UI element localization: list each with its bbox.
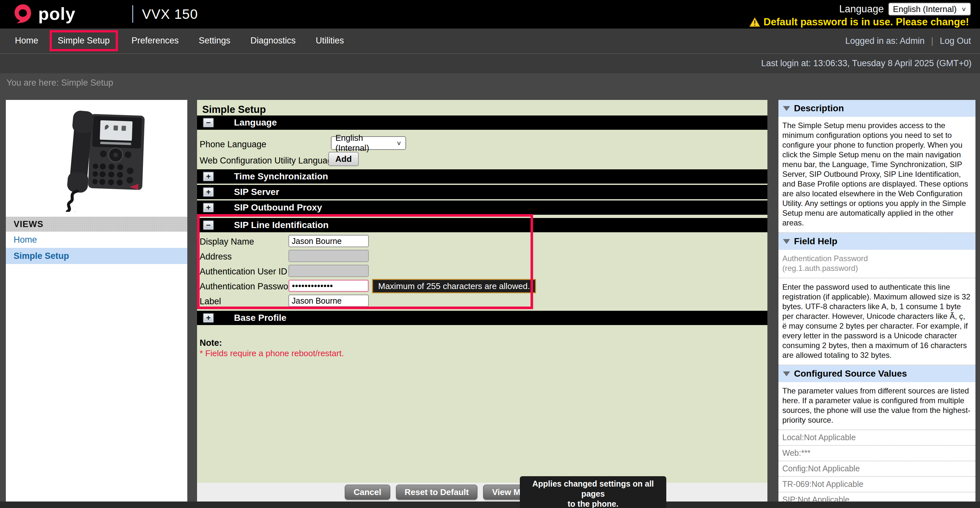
section-language[interactable]: − Language bbox=[197, 115, 767, 130]
top-bar: poly VVX 150 Language English (Internal)… bbox=[0, 0, 980, 29]
auth-user-id-input bbox=[288, 265, 369, 277]
section-language-title: Language bbox=[234, 117, 277, 128]
section-sip-outbound[interactable]: + SIP Outbound Proxy bbox=[197, 200, 767, 215]
label-field-label: Label bbox=[200, 297, 221, 307]
display-name-input[interactable] bbox=[288, 235, 369, 247]
collapse-icon[interactable]: − bbox=[203, 220, 214, 230]
footer-strip bbox=[0, 502, 980, 508]
expand-icon[interactable]: + bbox=[203, 172, 214, 181]
help-panel: Description The Simple Setup menu provid… bbox=[778, 100, 975, 502]
configured-sources-body: The parameter values from different sour… bbox=[778, 382, 975, 430]
section-sip-server[interactable]: + SIP Server bbox=[197, 185, 767, 199]
action-button-bar: Cancel Reset to Default View Modificatio… bbox=[197, 483, 767, 502]
section-sip-server-title: SIP Server bbox=[234, 187, 279, 197]
nav-item-utilities[interactable]: Utilities bbox=[309, 36, 350, 46]
page-title: Simple Setup bbox=[202, 104, 266, 115]
description-header[interactable]: Description bbox=[778, 100, 975, 117]
last-login-bar: Last login at: 13:06:33, Tuesday 8 April… bbox=[0, 53, 980, 73]
brand-name: poly bbox=[38, 3, 75, 24]
phone-language-select[interactable]: English (Internal) ∨ bbox=[331, 136, 406, 150]
nav-item-home[interactable]: Home bbox=[8, 36, 45, 46]
field-help-param-key: (reg.1.auth.password) bbox=[782, 264, 972, 273]
source-row-web: Web:*** bbox=[778, 446, 975, 461]
chevron-down-icon: ∨ bbox=[396, 140, 401, 147]
default-password-warning: Default password is in use. Please chang… bbox=[764, 16, 969, 28]
display-name-label: Display Name bbox=[200, 237, 254, 247]
address-input bbox=[288, 250, 369, 262]
source-row-local: Local:Not Applicable bbox=[778, 430, 975, 446]
field-help-title: Field Help bbox=[794, 236, 837, 246]
nav-item-diagnostics[interactable]: Diagnostics bbox=[244, 36, 302, 46]
cancel-button[interactable]: Cancel bbox=[345, 485, 390, 500]
auth-user-id-label: Authentication User ID bbox=[200, 267, 287, 277]
expand-icon[interactable]: + bbox=[203, 203, 214, 212]
section-time-sync[interactable]: + Time Synchronization bbox=[197, 169, 767, 184]
language-label: Language bbox=[839, 3, 884, 15]
warning-icon bbox=[749, 17, 760, 27]
sidebar: VIEWS Home Simple Setup bbox=[6, 100, 187, 502]
configured-sources-header[interactable]: Configured Source Values bbox=[778, 365, 975, 382]
language-select-value: English (Internal) bbox=[893, 4, 957, 14]
log-out-link[interactable]: Log Out bbox=[940, 36, 971, 46]
expand-icon[interactable]: + bbox=[203, 313, 214, 323]
configured-sources-title: Configured Source Values bbox=[794, 369, 907, 379]
note-title: Note: bbox=[200, 338, 222, 348]
nav-item-simple-setup[interactable]: Simple Setup bbox=[49, 30, 118, 51]
source-row-sip: SIP:Not Applicable bbox=[778, 492, 975, 502]
save-tooltip: Applies changed settings on all pages to… bbox=[520, 476, 666, 508]
description-title: Description bbox=[794, 103, 844, 113]
web-config-language-label: Web Configuration Utility Language bbox=[200, 156, 337, 166]
add-button[interactable]: Add bbox=[328, 152, 359, 166]
last-login-text: Last login at: 13:06:33, Tuesday 8 April… bbox=[761, 58, 972, 69]
product-name: VVX 150 bbox=[142, 6, 198, 22]
sidebar-item-home[interactable]: Home bbox=[6, 232, 187, 248]
sidebar-item-simple-setup[interactable]: Simple Setup bbox=[6, 248, 187, 264]
header-divider bbox=[132, 5, 133, 23]
collapse-triangle-icon bbox=[783, 371, 790, 376]
section-sip-line[interactable]: − SIP Line Identification bbox=[197, 218, 767, 232]
collapse-triangle-icon bbox=[783, 106, 790, 111]
field-help-param-name: Authentication Password bbox=[782, 254, 972, 264]
collapse-triangle-icon bbox=[783, 239, 790, 244]
logged-in-as: Logged in as: Admin bbox=[845, 36, 924, 46]
breadcrumb: You are here: Simple Setup bbox=[6, 78, 113, 88]
chevron-down-icon: ∨ bbox=[961, 6, 966, 13]
nav-separator: | bbox=[931, 36, 933, 46]
expand-icon[interactable]: + bbox=[203, 187, 214, 197]
section-sip-line-title: SIP Line Identification bbox=[234, 220, 329, 230]
phone-language-value: English (Internal) bbox=[336, 133, 392, 153]
label-field-input[interactable] bbox=[288, 294, 369, 307]
main-nav: Home Simple Setup Preferences Settings D… bbox=[0, 29, 980, 53]
language-select[interactable]: English (Internal) ∨ bbox=[888, 3, 971, 16]
poly-logo: poly bbox=[12, 3, 75, 25]
section-time-sync-title: Time Synchronization bbox=[234, 171, 328, 182]
phone-image bbox=[6, 100, 187, 217]
save-tooltip-line2: to the phone. bbox=[523, 499, 663, 508]
field-help-param: Authentication Password (reg.1.auth.pass… bbox=[778, 250, 975, 278]
poly-logo-icon bbox=[12, 3, 34, 25]
field-help-body: Enter the password used to authenticate … bbox=[778, 278, 975, 365]
section-base-profile-title: Base Profile bbox=[234, 313, 286, 323]
nav-item-preferences[interactable]: Preferences bbox=[125, 36, 185, 46]
save-tooltip-line1: Applies changed settings on all pages bbox=[523, 479, 663, 499]
reset-to-default-button[interactable]: Reset to Default bbox=[396, 485, 478, 500]
auth-password-input[interactable] bbox=[288, 280, 369, 292]
description-body: The Simple Setup menu provides access to… bbox=[778, 117, 975, 233]
note-text: * Fields require a phone reboot/restart. bbox=[200, 348, 344, 358]
source-row-tr069: TR-069:Not Applicable bbox=[778, 477, 975, 492]
source-row-config: Config:Not Applicable bbox=[778, 461, 975, 477]
collapse-icon[interactable]: − bbox=[203, 118, 214, 128]
phone-language-label: Phone Language bbox=[200, 139, 266, 150]
nav-item-settings[interactable]: Settings bbox=[192, 36, 237, 46]
views-header: VIEWS bbox=[6, 217, 187, 232]
auth-password-label: Authentication Password bbox=[200, 281, 296, 292]
section-sip-outbound-title: SIP Outbound Proxy bbox=[234, 203, 322, 213]
section-base-profile[interactable]: + Base Profile bbox=[197, 311, 767, 325]
main-panel: Simple Setup − Language Phone Language E… bbox=[197, 100, 767, 483]
validation-tooltip: Maximum of 255 characters are allowed. bbox=[372, 279, 536, 293]
address-label: Address bbox=[200, 252, 232, 262]
field-help-header[interactable]: Field Help bbox=[778, 233, 975, 250]
